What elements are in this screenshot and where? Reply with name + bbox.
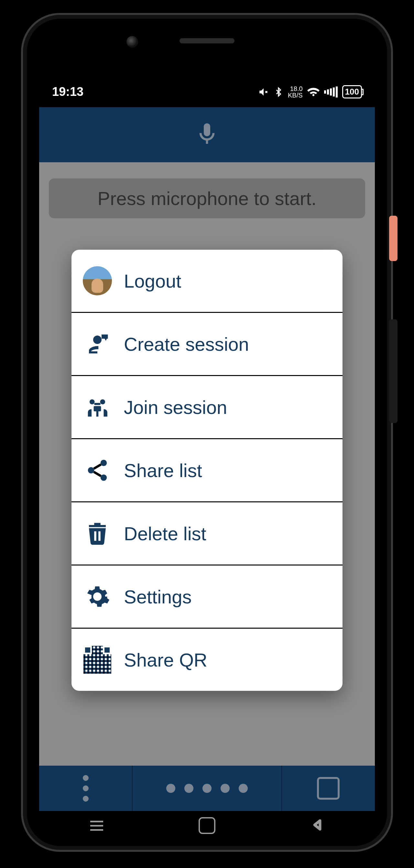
svg-rect-4 — [94, 403, 101, 405]
share-icon — [81, 458, 113, 483]
menu-item-settings[interactable]: Settings — [71, 565, 343, 629]
svg-point-6 — [88, 467, 95, 473]
net-speed-indicator: 18.0KB/S — [288, 86, 303, 98]
menu-item-logout[interactable]: Logout — [71, 250, 343, 313]
status-time: 19:13 — [52, 85, 83, 99]
svg-point-5 — [101, 460, 107, 466]
menu-item-label: Join session — [124, 397, 227, 418]
trash-icon — [81, 521, 113, 546]
menu-item-share-list[interactable]: Share list — [71, 439, 343, 502]
qr-icon — [81, 646, 113, 674]
svg-point-0 — [90, 399, 95, 405]
svg-rect-2 — [94, 406, 101, 411]
join-session-icon — [81, 395, 113, 420]
menu-item-delete-list[interactable]: Delete list — [71, 502, 343, 565]
menu-item-label: Create session — [124, 333, 249, 355]
menu-popup: Logout Create session Join session — [71, 250, 343, 691]
svg-rect-3 — [96, 411, 99, 416]
svg-point-1 — [100, 399, 105, 405]
phone-camera — [127, 36, 138, 48]
battery-value: 100 — [345, 87, 359, 97]
nav-back-button[interactable] — [311, 818, 324, 833]
screen: 19:13 18.0KB/S 100 — [39, 76, 375, 811]
menu-item-label: Logout — [124, 270, 181, 292]
mute-icon — [258, 87, 269, 97]
menu-item-share-qr[interactable]: Share QR — [71, 629, 343, 691]
menu-item-label: Share list — [124, 460, 202, 481]
avatar-icon — [81, 266, 113, 296]
menu-item-label: Delete list — [124, 523, 206, 545]
menu-item-label: Settings — [124, 586, 192, 608]
menu-item-label: Share QR — [124, 649, 207, 671]
statusbar: 19:13 18.0KB/S 100 — [39, 76, 375, 107]
signal-icon — [324, 87, 338, 97]
create-session-icon — [81, 331, 113, 356]
phone-frame: 19:13 18.0KB/S 100 — [21, 13, 393, 852]
menu-item-join-session[interactable]: Join session — [71, 376, 343, 439]
status-icons: 18.0KB/S 100 — [258, 85, 362, 98]
wifi-icon — [307, 86, 319, 98]
bluetooth-icon — [274, 87, 283, 97]
app-surface: Press microphone to start. Log — [39, 107, 375, 811]
net-speed-unit: KB/S — [288, 92, 303, 99]
menu-item-create-session[interactable]: Create session — [71, 313, 343, 376]
nav-recent-button[interactable] — [90, 821, 103, 831]
gear-icon — [81, 584, 113, 609]
phone-side-button-upper — [389, 216, 398, 261]
nav-home-button[interactable] — [199, 817, 215, 834]
system-nav-bar — [42, 814, 372, 837]
svg-point-7 — [101, 474, 107, 481]
phone-earpiece — [179, 38, 235, 43]
battery-indicator: 100 — [342, 85, 362, 98]
net-speed-value: 18.0 — [290, 85, 303, 92]
phone-side-button-lower — [389, 319, 398, 423]
